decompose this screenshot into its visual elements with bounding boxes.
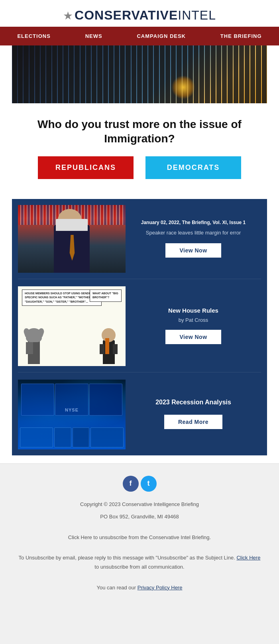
footer-copyright: Copyright © 2023 Conservative Intelligen… [16, 500, 263, 509]
nav-elections[interactable]: ELECTIONS [13, 27, 54, 45]
logo-star-icon: ★ [63, 10, 73, 22]
logo-intel: INTEL [178, 8, 216, 22]
main-nav: ELECTIONS NEWS CAMPAIGN DESK THE BRIEFIN… [0, 27, 279, 45]
footer-unsubscribe-text: Click Here to unsubscribe from the Conse… [16, 533, 263, 542]
article-2-author: by Pat Cross [179, 317, 208, 323]
hero-banner-image [12, 45, 267, 103]
nav-the-briefing[interactable]: THE BRIEFING [216, 27, 266, 45]
article-2-view-button[interactable]: View Now [165, 329, 222, 345]
nav-campaign-desk[interactable]: CAMPAIGN DESK [133, 27, 190, 45]
article-row-1: January 02, 2022, The Briefing, Vol. XI,… [18, 205, 261, 279]
article-3-read-more-button[interactable]: Read More [163, 414, 223, 430]
facebook-icon[interactable]: f [123, 476, 139, 492]
site-logo: ★CONSERVATIVEINTEL [0, 8, 279, 23]
twitter-icon[interactable]: t [141, 476, 157, 492]
article-1-view-button[interactable]: View Now [165, 242, 222, 258]
article-row-3: NYSE 2023 Recession Analysis Read More [18, 376, 261, 449]
unsubscribe-email-suffix: to unsubscribe from all communication. [94, 564, 184, 570]
nav-news[interactable]: NEWS [81, 27, 106, 45]
footer-unsubscribe-email: To Unsubscribe by email, please reply to… [16, 553, 263, 572]
articles-section: January 02, 2022, The Briefing, Vol. XI,… [12, 199, 267, 455]
article-2-image: HOUSE MEMBERS SHOULD STOP USING GENDER S… [18, 286, 126, 366]
social-icons-group: f t [16, 476, 263, 492]
logo-conservative: CONSERVATIVE [75, 8, 178, 22]
article-2-title: New House Rules [168, 307, 218, 314]
privacy-prefix: You can read our [97, 585, 136, 591]
privacy-policy-link[interactable]: Privacy Policy Here [138, 585, 183, 591]
article-3-info: 2023 Recession Analysis Read More [126, 380, 261, 449]
poll-buttons: REPUBLICANS DEMOCRATS [16, 156, 263, 179]
article-1-date: January 02, 2022, The Briefing, Vol. XI,… [141, 219, 246, 226]
site-header: ★CONSERVATIVEINTEL [0, 0, 279, 27]
article-1-subtitle: Speaker race leaves little margin for er… [146, 229, 241, 236]
article-3-image: NYSE [18, 380, 126, 449]
article-1-image [18, 205, 126, 273]
unsubscribe-email-prefix: To Unsubscribe by email, please reply to… [19, 555, 235, 561]
article-2-info: New House Rules by Pat Cross View Now [126, 286, 261, 366]
democrats-button[interactable]: DEMOCRATS [145, 156, 241, 179]
unsubscribe-text-label: Click Here to unsubscribe from the Conse… [68, 534, 211, 540]
site-footer: f t Copyright © 2023 Conservative Intell… [0, 463, 279, 607]
footer-address: PO Box 952, Grandville, MI 49468 [16, 512, 263, 521]
poll-section: Who do you trust more on the issue of Im… [0, 103, 279, 191]
footer-privacy: You can read our Privacy Policy Here [16, 583, 263, 592]
article-row-2: HOUSE MEMBERS SHOULD STOP USING GENDER S… [18, 282, 261, 372]
unsubscribe-click-here-link[interactable]: Click Here [236, 555, 260, 561]
poll-question: Who do you trust more on the issue of Im… [16, 117, 263, 146]
article-1-info: January 02, 2022, The Briefing, Vol. XI,… [126, 205, 261, 273]
article-3-title: 2023 Recession Analysis [155, 399, 231, 406]
republicans-button[interactable]: REPUBLICANS [38, 156, 134, 179]
